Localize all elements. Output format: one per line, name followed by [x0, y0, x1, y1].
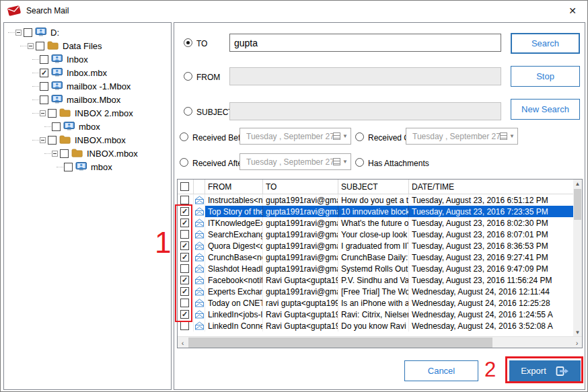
from-search-input[interactable]	[229, 67, 501, 85]
tree-item-label[interactable]: INBOX.mbox	[75, 135, 126, 145]
tree-item-checkbox[interactable]	[24, 28, 32, 37]
table-row[interactable]: LinkedIn Conne...Ravi Gupta<gupta199...D…	[178, 320, 573, 331]
tree-item[interactable]: mailbox.Mbox	[4, 93, 171, 106]
tree-item-label[interactable]: mailbox.Mbox	[67, 95, 120, 105]
row-checkbox[interactable]	[180, 299, 189, 307]
datetime-column-header[interactable]: DATE/TIME	[409, 180, 575, 194]
tree-expander-collapse-icon[interactable]	[28, 43, 34, 49]
scroll-up-icon[interactable]: ▲	[573, 180, 582, 188]
row-checkbox[interactable]	[180, 287, 189, 296]
vertical-scrollbar-thumb[interactable]	[574, 189, 581, 220]
tree-item-checkbox[interactable]	[36, 42, 44, 50]
select-all-checkbox[interactable]	[180, 182, 189, 191]
tree-item-checkbox[interactable]	[40, 55, 48, 64]
cancel-button[interactable]: Cancel	[404, 360, 478, 381]
tree-expander-collapse-icon[interactable]	[40, 110, 46, 116]
has-attachments-radio[interactable]	[355, 158, 364, 167]
horizontal-scrollbar-thumb[interactable]	[188, 338, 492, 348]
search-button[interactable]: Search	[511, 33, 580, 54]
tree-item-label[interactable]: INBOX.mbox	[87, 149, 138, 159]
cell-to: ravi gupta<gupta1991r...	[263, 297, 338, 309]
row-checkbox[interactable]	[180, 196, 189, 204]
tree-expander-collapse-icon[interactable]	[52, 151, 58, 157]
horizontal-scrollbar[interactable]: ‹ ›	[178, 336, 582, 348]
tree-item-checkbox[interactable]	[48, 109, 57, 118]
new-search-button[interactable]: New Search	[511, 99, 580, 120]
tree-item-label[interactable]: Inbox	[67, 54, 88, 65]
tree-item[interactable]: Data Files	[4, 39, 171, 52]
tree-item[interactable]: INBOX 2.mbox	[4, 106, 171, 120]
table-row[interactable]: Facebook<notifi...Ravi Gupta<gupta199...…	[178, 274, 573, 286]
tree-item[interactable]: INBOX.mbox	[4, 133, 171, 147]
row-checkbox[interactable]	[180, 321, 189, 330]
chevron-down-icon[interactable]: ▼	[342, 159, 348, 165]
tree-item-checkbox[interactable]	[40, 82, 48, 91]
cell-from: Quora Digest<di...	[205, 240, 263, 251]
tree-item-label[interactable]: mailbox -1.Mbox	[67, 81, 131, 91]
tree-item-label[interactable]: Data Files	[63, 41, 102, 51]
row-checkbox[interactable]	[180, 310, 189, 319]
received-on-datepicker[interactable]: Tuesday , September 27, 2016 ▼	[406, 128, 518, 145]
received-before-datepicker[interactable]: Tuesday , September 27, 2016 ▼	[240, 128, 351, 145]
table-row[interactable]: Today on CNET...ravi gupta<gupta1991r...…	[178, 297, 573, 309]
vertical-scrollbar[interactable]: ▲ ▼	[573, 180, 582, 337]
subject-search-input[interactable]	[229, 102, 501, 120]
from-column-header[interactable]: FROM	[205, 180, 263, 194]
tree-item-label[interactable]: INBOX 2.mbox	[75, 108, 133, 118]
tree-item-label[interactable]: D:	[50, 28, 59, 38]
tree-item-label[interactable]: Inbox.mbx	[67, 68, 107, 78]
tree-item[interactable]: mbox	[4, 160, 171, 173]
table-row[interactable]: Experts Exchan...gupta1991ravi@gmail....…	[178, 286, 573, 297]
row-checkbox[interactable]	[180, 264, 189, 273]
tree-item-checkbox[interactable]	[40, 95, 48, 104]
tree-item-label[interactable]: mbox	[91, 162, 112, 172]
table-row[interactable]: ITKnowledgeEx...gupta1991ravi@gmail....W…	[178, 217, 573, 229]
tree-item-checkbox[interactable]	[48, 136, 57, 145]
row-checkbox[interactable]	[180, 207, 189, 216]
chevron-down-icon[interactable]: ▼	[509, 133, 515, 139]
table-row[interactable]: Slashdot Headli...gupta1991ravi@gmail...…	[178, 263, 573, 274]
scroll-right-icon[interactable]: ›	[572, 337, 582, 348]
close-icon[interactable]: ✕	[568, 6, 577, 15]
table-row[interactable]: SearchExchang...gupta1991ravi@gmail....Y…	[178, 229, 573, 240]
row-checkbox[interactable]	[180, 241, 189, 250]
to-radio[interactable]	[184, 38, 192, 47]
to-search-input[interactable]	[229, 34, 501, 52]
subject-column-header[interactable]: SUBJECT	[338, 180, 409, 194]
from-radio[interactable]	[184, 72, 192, 81]
tree-item-checkbox[interactable]	[64, 163, 73, 171]
received-on-radio[interactable]	[355, 132, 364, 141]
scroll-left-icon[interactable]: ‹	[178, 337, 188, 348]
export-button[interactable]: Export	[509, 360, 581, 381]
received-after-radio[interactable]	[180, 158, 188, 167]
tree-expander-collapse-icon[interactable]	[40, 137, 46, 143]
stop-button[interactable]: Stop	[511, 66, 580, 87]
tree-item[interactable]: Inbox.mbx	[4, 66, 171, 79]
tree-item[interactable]: INBOX.mbox	[4, 147, 171, 160]
tree-item[interactable]: mbox	[4, 120, 171, 133]
table-row[interactable]: Quora Digest<di...gupta1991ravi@gmail...…	[178, 240, 573, 251]
tree-item-label[interactable]: mbox	[79, 122, 100, 132]
tree-item-checkbox[interactable]	[60, 149, 69, 158]
table-row[interactable]: LinkedIn<jobs-lis...Ravi Gupta<gupta199.…	[178, 309, 573, 320]
received-after-datepicker[interactable]: Tuesday , September 27, 2016 ▼	[240, 153, 351, 170]
tree-expander-collapse-icon[interactable]	[15, 30, 22, 36]
row-checkbox[interactable]	[180, 276, 189, 284]
to-column-header[interactable]: TO	[263, 180, 338, 194]
table-row[interactable]: Top Story of the ...gupta1991ravi@gmail.…	[178, 206, 573, 217]
tree-item-checkbox[interactable]	[40, 69, 48, 77]
chevron-down-icon[interactable]: ▼	[342, 133, 348, 139]
received-before-date-value: Tuesday , September 27, 2016	[246, 132, 333, 141]
received-before-radio[interactable]	[180, 132, 188, 141]
table-row[interactable]: Instructables<no...gupta1991ravi@gmail..…	[178, 194, 573, 206]
tree-item[interactable]: mailbox -1.Mbox	[4, 79, 171, 93]
row-checkbox[interactable]	[180, 230, 189, 239]
row-checkbox[interactable]	[180, 219, 189, 227]
tree-item[interactable]: D:	[4, 26, 171, 39]
subject-radio[interactable]	[184, 107, 192, 116]
row-checkbox[interactable]	[180, 253, 189, 262]
tree-item[interactable]: Inbox	[4, 52, 171, 66]
table-row[interactable]: CrunchBase<ne...gupta1991ravi@gmail....C…	[178, 251, 573, 263]
tree-item-checkbox[interactable]	[52, 122, 61, 131]
cell-from: SearchExchang...	[205, 229, 263, 240]
